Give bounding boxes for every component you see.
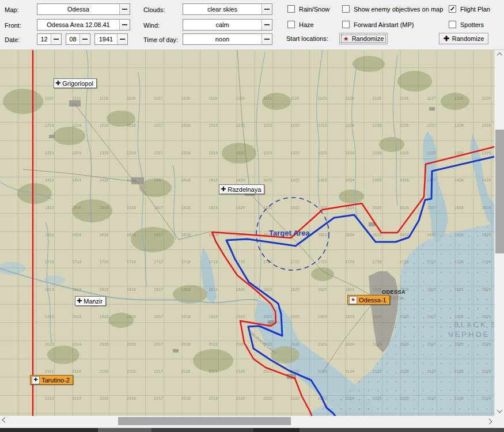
date-day-value: 12 [37,34,51,44]
chevron-down-icon [497,407,503,413]
map-pin-razdelnaya[interactable]: ✚Razdelnaya [219,184,264,194]
map-dropdown-value: Odessa [37,4,119,14]
front-dropdown[interactable]: Odessa Area 12.08.41 [37,19,130,31]
date-day-dropdown[interactable]: 12 [37,33,62,45]
date-month-dropdown[interactable]: 08 [66,33,90,45]
dropdown-button-icon[interactable] [119,20,130,30]
map-pin-tarutino-2[interactable]: ✚Tarutino-2 [30,375,73,385]
pin-label: Odessa-1 [359,297,386,304]
map-label: Map: [5,6,18,13]
forward-airstart-checkbox[interactable] [342,21,350,28]
clouds-dropdown-value: clear skies [183,4,262,14]
horizontal-scroll-thumb[interactable] [118,417,291,425]
dropdown-button-icon[interactable] [262,34,272,44]
dropdown-button-icon[interactable] [262,4,272,14]
rain-snow-checkbox[interactable] [287,5,295,13]
bottom-dark-bar [0,428,504,432]
show-enemy-objectives-checkbox[interactable] [342,5,350,13]
horizontal-scrollbar[interactable] [0,416,494,426]
forward-airstart-label: Forward Airstart (MP) [354,21,414,28]
time-of-day-label: Time of day: [143,36,178,43]
map-labels-layer: Target Area ODESSA ОДЕССА BLACK SEA ЧЕРН… [0,50,494,416]
vertical-scroll-thumb[interactable] [495,130,504,253]
wind-dropdown-value: calm [183,20,262,30]
randomize-start-label: Randomize [352,35,384,42]
flight-plan-checkbox[interactable]: ✓ [449,5,456,13]
target-area-label: Target Area [269,229,310,237]
dropdown-button-icon[interactable] [119,4,130,14]
flight-plan-label: Flight Plan [460,6,490,13]
red-star-icon: ★ [343,36,349,42]
map-pin-manzir[interactable]: ✚Manzir [75,296,106,306]
clouds-dropdown[interactable]: clear skies [183,3,272,15]
wind-label: Wind: [143,22,160,29]
scroll-down-button[interactable] [495,406,504,416]
show-enemy-objectives-label: Show enemy objectives on map [354,6,443,13]
date-year-value: 1941 [95,34,117,44]
scroll-left-button[interactable] [0,416,10,426]
red-star-icon: ★ [349,296,357,304]
map-pin-odessa-1[interactable]: ★Odessa-1 [347,295,390,305]
black-cross-icon: ✚ [77,298,82,304]
wind-dropdown[interactable]: calm [183,19,272,31]
randomize-start-locations-button[interactable]: ★ Randomize [339,33,388,44]
dropdown-button-icon[interactable] [262,20,272,30]
liman-label: Dniestrovskij Liman [248,329,277,354]
pin-label: Razdelnaya [228,186,261,193]
map-pin-grigoriopol[interactable]: ✚Grigoriopol [54,78,97,88]
scroll-right-button[interactable] [484,416,494,426]
haze-checkbox[interactable] [287,21,295,28]
front-dropdown-value: Odessa Area 12.08.41 [37,20,119,30]
black-cross-icon: ✚ [55,80,60,86]
chevron-up-icon [497,52,503,58]
scroll-up-button[interactable] [495,50,504,59]
front-label: Front: [5,22,21,29]
scrollbar-corner [494,416,504,426]
date-year-dropdown[interactable]: 1941 [94,33,128,45]
clouds-label: Clouds: [143,6,165,13]
black-cross-icon: ✚ [444,35,449,42]
rain-snow-label: Rain/Snow [299,6,329,13]
vertical-scrollbar[interactable] [494,50,504,416]
spotters-checkbox[interactable] [449,21,456,28]
dropdown-button-icon[interactable] [51,34,61,44]
chevron-left-icon [2,417,8,423]
randomize-flight-plan-button[interactable]: ✚ Randomize [439,33,488,44]
dropdown-button-icon[interactable] [117,34,127,44]
time-of-day-value: noon [183,34,262,44]
spotters-label: Spotters [460,21,484,28]
map-viewport[interactable]: 1113111411151116111711181119112011211122… [0,50,494,416]
map-dropdown[interactable]: Odessa [37,3,130,15]
black-sea-label-ru: ЧЕРНОЕ МОРЕ [448,330,494,339]
date-label: Date: [5,36,20,43]
randomize-flight-label: Randomize [452,35,484,42]
time-of-day-dropdown[interactable]: noon [183,33,272,45]
start-locations-label: Start locations: [286,35,328,42]
pin-label: Grigoriopol [62,80,93,87]
date-month-value: 08 [66,34,79,44]
pin-label: Manzir [84,298,103,305]
black-sea-label: BLACK SEA [454,320,494,329]
black-cross-icon: ✚ [32,376,40,384]
mission-settings-toolbar: Map: Odessa Front: Odessa Area 12.08.41 … [0,0,504,50]
odessa-city-label: ODESSA [382,289,406,295]
pin-label: Tarutino-2 [41,377,70,384]
dropdown-button-icon[interactable] [79,34,90,44]
black-cross-icon: ✚ [221,186,226,192]
chevron-right-icon [487,419,492,425]
haze-label: Haze [299,21,314,28]
